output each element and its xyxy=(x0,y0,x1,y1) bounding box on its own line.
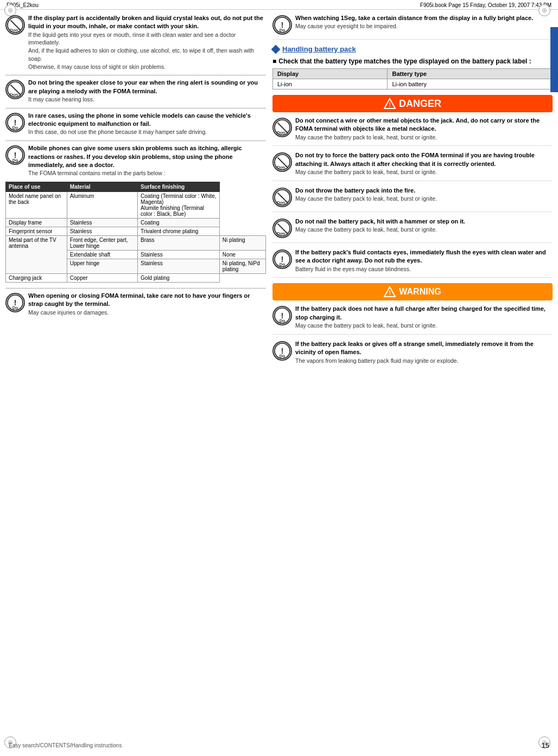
fluid-eyes-normal: Battery fluid in the eyes may cause blin… xyxy=(295,265,553,273)
table-cell: Copper xyxy=(67,274,137,283)
warning-label: WARNING xyxy=(399,287,441,297)
warn-block-wire-jack: Don't Do not connect a wire or other met… xyxy=(272,117,553,146)
table-cell: Ni plating xyxy=(219,236,265,251)
danger-banner: ! DANGER xyxy=(272,95,553,112)
warn-text-foma-fingers: When opening or closing FOMA terminal, t… xyxy=(28,292,266,316)
skin-normal: The FOMA terminal contains metal in the … xyxy=(28,169,266,177)
warn-block-strange-smell: ! Do If the battery pack leaks or gives … xyxy=(272,340,553,369)
check-bullet: ■ xyxy=(272,57,276,65)
do-icon-skin: ! Do xyxy=(5,145,25,165)
1seg-bold: When watching 1Seg, take a certain dista… xyxy=(295,14,553,22)
fluid-eyes-bold: If the battery pack's fluid contacts eye… xyxy=(295,248,553,265)
table-cell: Fingerprint sensor xyxy=(6,227,67,236)
page-number: 15 xyxy=(542,741,549,749)
right-column: ! Do When watching 1Seg, take a certain … xyxy=(272,14,553,374)
dont-icon-display-broken: Don't xyxy=(5,15,25,35)
do-icon-strange-smell: ! Do xyxy=(272,341,292,361)
corner-tr: ⊕ xyxy=(538,4,554,20)
nail-hammer-normal: May cause the battery pack to leak, heat… xyxy=(295,226,553,234)
no-full-charge-normal: May cause the battery pack to leak, heat… xyxy=(295,322,553,330)
check-line: ■ Check that the battery type matches th… xyxy=(272,57,553,65)
wire-jack-normal: May cause the battery pack to leak, heat… xyxy=(295,133,553,142)
table-row: Charging jack Copper Gold plating xyxy=(6,274,266,283)
warn-block-throw-fire: Don't Do not throw the battery pack into… xyxy=(272,187,553,212)
table-cell: Stainless xyxy=(138,251,220,259)
danger-triangle-icon: ! xyxy=(384,98,396,110)
battery-type-table: Display Battery type Li-ion Li-ion batte… xyxy=(272,68,553,89)
strange-smell-bold: If the battery pack leaks or gives off a… xyxy=(295,340,553,357)
nail-hammer-bold: Do not nail the battery pack, hit with a… xyxy=(295,217,553,226)
footer-label: Easy search/CONTENTS/Handling instructio… xyxy=(9,742,122,748)
warn-text-skin: Mobile phones can give some users skin p… xyxy=(28,144,266,177)
battery-col-type: Battery type xyxy=(388,69,553,79)
warn-text-force-battery: Do not try to force the battery pack ont… xyxy=(295,151,553,176)
divider-1 xyxy=(5,75,266,75)
table-cell: Charging jack xyxy=(6,274,67,283)
table-cell: Upper hinge xyxy=(67,259,137,274)
warn-block-no-full-charge: ! Do If the battery pack does not have a… xyxy=(272,305,553,334)
table-cell: Gold plating xyxy=(138,274,220,283)
table-cell: Stainless xyxy=(138,259,220,274)
warn-text-fluid-eyes: If the battery pack's fluid contacts eye… xyxy=(295,248,553,273)
dont-icon-wire-jack: Don't xyxy=(272,118,292,137)
table-cell: Brass xyxy=(138,236,220,251)
main-content: Don't If the display part is accidentall… xyxy=(0,10,558,380)
strange-smell-normal: The vapors from leaking battery pack flu… xyxy=(295,357,553,365)
battery-col-display: Display xyxy=(273,69,388,79)
table-cell: Trivalent chrome plating xyxy=(138,227,220,236)
foma-fingers-bold: When opening or closing FOMA terminal, t… xyxy=(28,292,266,309)
warn-text-speaker: Do not bring the speaker close to your e… xyxy=(28,79,266,103)
dont-icon-force-battery: Don't xyxy=(272,152,292,172)
dont-icon-speaker: Don't xyxy=(5,80,25,99)
warning-triangle-icon: ! xyxy=(384,286,396,298)
check-text: Check that the battery type matches the … xyxy=(278,57,531,65)
skin-bold: Mobile phones can give some users skin p… xyxy=(28,144,266,169)
warn-block-speaker: Don't Do not bring the speaker close to … xyxy=(5,79,266,103)
warn-text-strange-smell: If the battery pack leaks or gives off a… xyxy=(295,340,553,364)
display-broken-normal: If the liquid gets into your eyes or mou… xyxy=(28,31,266,71)
force-battery-normal: May cause the battery pack to leak, heat… xyxy=(295,168,553,176)
warning-banner: ! WARNING xyxy=(272,283,553,300)
warn-text-vehicle: In rare cases, using the phone in some v… xyxy=(28,112,266,136)
warn-block-foma-fingers: ! Do When opening or closing FOMA termin… xyxy=(5,292,266,316)
warn-block-display-broken: Don't If the display part is accidentall… xyxy=(5,14,266,71)
1seg-normal: May cause your eyesight to be impaired. xyxy=(295,22,553,30)
warn-text-display-broken: If the display part is accidentally brok… xyxy=(28,14,266,71)
page-container: ⊕ ⊕ ⊕ ⊕ F905i_E2kou F905i.book Page 15 F… xyxy=(0,0,558,756)
col-finishing: Surface finishing xyxy=(138,182,220,192)
battery-section-heading: Handling battery pack xyxy=(272,45,553,53)
force-battery-bold: Do not try to force the battery pack ont… xyxy=(295,151,553,168)
table-cell: Stainless xyxy=(67,219,137,227)
do-icon-vehicle: ! Do xyxy=(5,113,25,132)
foma-fingers-normal: May cause injuries or damages. xyxy=(28,309,266,317)
page-header: F905i_E2kou F905i.book Page 15 Friday, O… xyxy=(0,0,558,10)
table-row: Metal part of the TV antenna Front edge,… xyxy=(6,236,266,251)
vehicle-bold: In rare cases, using the phone in some v… xyxy=(28,112,266,129)
do-icon-fluid-eyes: ! Do xyxy=(272,249,292,269)
material-table: Place of use Material Surface finishing … xyxy=(5,182,266,283)
divider-2 xyxy=(5,108,266,108)
table-cell: Ni plating, NiPd plating xyxy=(219,259,265,274)
speaker-bold: Do not bring the speaker close to your e… xyxy=(28,79,266,95)
warn-block-force-battery: Don't Do not try to force the battery pa… xyxy=(272,151,553,181)
warn-block-fluid-eyes: ! Do If the battery pack's fluid contact… xyxy=(272,248,553,278)
display-broken-bold: If the display part is accidentally brok… xyxy=(28,14,266,31)
blue-tab-marker xyxy=(550,27,558,92)
do-icon-foma-fingers: ! Do xyxy=(5,293,25,312)
warn-block-skin: ! Do Mobile phones can give some users s… xyxy=(5,144,266,177)
table-cell: None xyxy=(219,251,265,259)
col-material: Material xyxy=(67,182,137,192)
page-footer: Easy search/CONTENTS/Handling instructio… xyxy=(0,741,558,749)
warn-block-1seg: ! Do When watching 1Seg, take a certain … xyxy=(272,14,553,40)
table-cell: Display frame xyxy=(6,219,67,227)
throw-fire-normal: May cause the battery pack to leak, heat… xyxy=(295,195,553,203)
dont-icon-nail-hammer: Don't xyxy=(272,219,292,238)
speaker-normal: It may cause hearing loss. xyxy=(28,95,266,104)
warn-text-nail-hammer: Do not nail the battery pack, hit with a… xyxy=(295,217,553,234)
warn-text-throw-fire: Do not throw the battery pack into the f… xyxy=(295,187,553,203)
wire-jack-bold: Do not connect a wire or other metal obj… xyxy=(295,117,553,133)
svg-text:!: ! xyxy=(389,290,391,296)
diamond-icon xyxy=(271,44,281,54)
no-full-charge-bold: If the battery pack does not have a full… xyxy=(295,305,553,322)
table-cell: Metal part of the TV antenna xyxy=(6,236,67,274)
